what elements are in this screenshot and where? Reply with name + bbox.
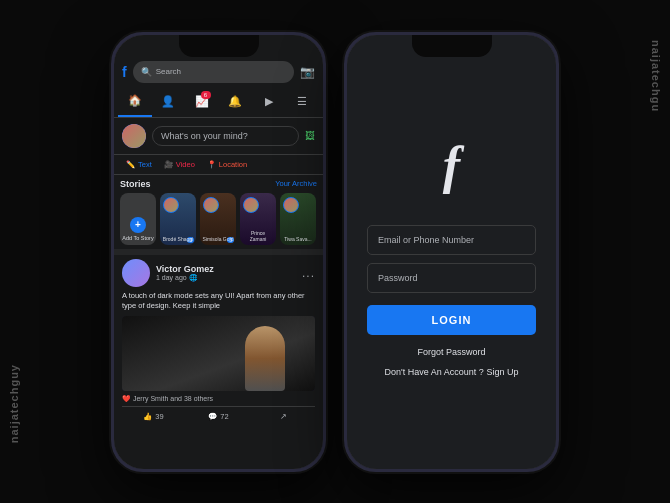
activity-badge: 6 — [201, 91, 211, 99]
user-avatar — [122, 124, 146, 148]
text-label: Text — [138, 160, 152, 169]
top-bar: f 🔍 Search 📷 — [114, 57, 323, 87]
post-reactions: ❤️ Jerry Smith and 38 others — [122, 395, 315, 403]
stories-section: Stories Your Archive + Add To Story 3 — [114, 175, 323, 249]
facebook-logo: f — [122, 64, 127, 80]
story-item-3[interactable]: Prince Zamani — [240, 193, 276, 245]
comment-count: 72 — [220, 412, 228, 421]
like-count: 39 — [155, 412, 163, 421]
video-label: Video — [176, 160, 195, 169]
search-bar[interactable]: 🔍 Search — [133, 61, 294, 83]
nav-profile[interactable]: 👤 — [152, 87, 186, 117]
nav-notifications[interactable]: 🔔 — [219, 87, 253, 117]
nav-bar: 🏠 👤 📈 6 🔔 ▶ ☰ — [114, 87, 323, 118]
post-bar: What's on your mind? 🖼 — [114, 118, 323, 155]
add-story-label: Add To Story — [122, 235, 153, 241]
stories-header: Stories Your Archive — [120, 179, 317, 189]
search-placeholder-text: Search — [156, 67, 181, 76]
share-icon: ↗ — [280, 412, 287, 421]
story-avatar-2 — [203, 197, 219, 213]
password-input[interactable] — [367, 263, 536, 293]
phone-2: f LOGIN Forgot Password Don't Have An Ac… — [344, 32, 559, 472]
stories-title: Stories — [120, 179, 151, 189]
comment-button[interactable]: 💬 72 — [187, 410, 250, 423]
post-author-name: Victor Gomez — [156, 264, 296, 274]
location-icon: 📍 — [207, 160, 216, 169]
story-item-4[interactable]: Tiwa Sava... — [280, 193, 316, 245]
story-name-2: Simisola Gold — [202, 236, 234, 242]
post-text: A touch of dark mode sets any UI! Apart … — [122, 291, 315, 312]
comment-icon: 💬 — [208, 412, 217, 421]
share-button[interactable]: ↗ — [252, 410, 315, 423]
post-image — [122, 316, 315, 391]
text-action-btn[interactable]: ✏️ Text — [122, 158, 156, 171]
facebook-login-logo: f — [443, 136, 460, 195]
video-icon: 🎥 — [164, 160, 173, 169]
login-screen: f LOGIN Forgot Password Don't Have An Ac… — [347, 35, 556, 469]
story-avatar-1 — [163, 197, 179, 213]
post-image-content — [122, 316, 315, 391]
like-button[interactable]: 👍 39 — [122, 410, 185, 423]
video-action-btn[interactable]: 🎥 Video — [160, 158, 199, 171]
post-actions: 👍 39 💬 72 ↗ — [122, 406, 315, 423]
your-archive-link[interactable]: Your Archive — [275, 179, 317, 188]
camera-icon[interactable]: 📷 — [300, 65, 315, 79]
story-avatar-3 — [243, 197, 259, 213]
post-meta: Victor Gomez 1 day ago 🌐 — [156, 264, 296, 282]
forgot-password-link[interactable]: Forgot Password — [417, 347, 485, 357]
post-time: 1 day ago 🌐 — [156, 274, 296, 282]
phone-1: f 🔍 Search 📷 🏠 👤 📈 6 🔔 ▶ — [111, 32, 326, 472]
nav-activity[interactable]: 📈 6 — [185, 87, 219, 117]
nav-menu[interactable]: ☰ — [286, 87, 320, 117]
add-story-icon: + — [130, 217, 146, 233]
stories-row: + Add To Story 3 Brodé Shaggi 3 — [120, 193, 317, 245]
reactions-left: ❤️ Jerry Smith and 38 others — [122, 395, 213, 403]
post-more-icon[interactable]: ... — [302, 266, 315, 280]
facebook-feed: f 🔍 Search 📷 🏠 👤 📈 6 🔔 ▶ — [114, 35, 323, 469]
person-silhouette — [245, 326, 285, 391]
story-avatar-4 — [283, 197, 299, 213]
phone-2-screen: f LOGIN Forgot Password Don't Have An Ac… — [347, 35, 556, 469]
location-action-btn[interactable]: 📍 Location — [203, 158, 251, 171]
story-item-1[interactable]: 3 Brodé Shaggi — [160, 193, 196, 245]
post-section: Victor Gomez 1 day ago 🌐 ... A touch of … — [114, 249, 323, 427]
watermark-left: naijatechguy — [8, 364, 20, 443]
login-button[interactable]: LOGIN — [367, 305, 536, 335]
photo-icon[interactable]: 🖼 — [305, 130, 315, 141]
phone-1-screen: f 🔍 Search 📷 🏠 👤 📈 6 🔔 ▶ — [114, 35, 323, 469]
add-story-item[interactable]: + Add To Story — [120, 193, 156, 245]
sign-up-link[interactable]: Don't Have An Account ? Sign Up — [385, 367, 519, 377]
story-item-2[interactable]: 3 Simisola Gold — [200, 193, 236, 245]
like-icon: 👍 — [143, 412, 152, 421]
search-icon: 🔍 — [141, 67, 152, 77]
watermark-right: naijatechgu — [650, 40, 662, 112]
post-author-avatar — [122, 259, 150, 287]
phones-container: f 🔍 Search 📷 🏠 👤 📈 6 🔔 ▶ — [111, 32, 559, 472]
email-input[interactable] — [367, 225, 536, 255]
user-avatar-img — [122, 124, 146, 148]
location-label: Location — [219, 160, 247, 169]
post-header: Victor Gomez 1 day ago 🌐 ... — [122, 259, 315, 287]
whats-on-mind-input[interactable]: What's on your mind? — [152, 126, 299, 146]
story-name-4: Tiwa Sava... — [282, 236, 314, 242]
story-name-1: Brodé Shaggi — [162, 236, 194, 242]
story-name-3: Prince Zamani — [242, 230, 274, 242]
nav-home[interactable]: 🏠 — [118, 87, 152, 117]
nav-video[interactable]: ▶ — [252, 87, 286, 117]
text-icon: ✏️ — [126, 160, 135, 169]
action-bar: ✏️ Text 🎥 Video 📍 Location — [114, 155, 323, 175]
